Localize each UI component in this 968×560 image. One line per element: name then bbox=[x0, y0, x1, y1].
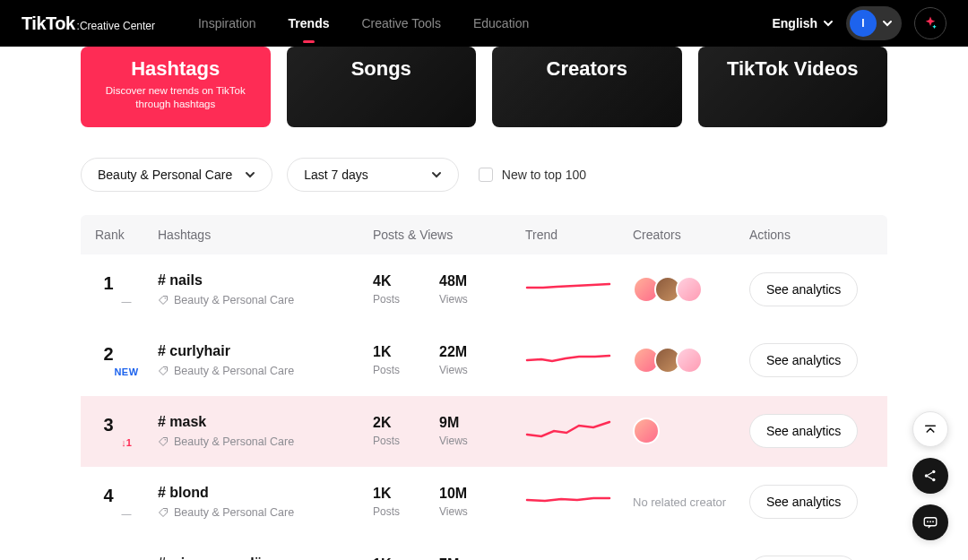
top-header: TikTok :Creative Center Inspiration Tren… bbox=[0, 0, 968, 47]
rank-number: 4 bbox=[95, 486, 122, 506]
posts-label: Posts bbox=[373, 293, 400, 306]
hashtag-cell[interactable]: # wimpernverlängerungBeauty & Personal C… bbox=[158, 556, 373, 560]
th-posts-views: Posts & Views bbox=[373, 228, 525, 242]
svg-point-0 bbox=[165, 297, 167, 299]
hashtag-name: # curlyhair bbox=[158, 343, 373, 359]
trend-cell bbox=[525, 346, 633, 375]
see-analytics-button[interactable]: See analytics bbox=[749, 414, 858, 448]
hashtag-category: Beauty & Personal Care bbox=[174, 365, 294, 377]
table-row: 5—# wimpernverlängerungBeauty & Personal… bbox=[81, 538, 887, 560]
hashtag-category: Beauty & Personal Care bbox=[174, 435, 294, 448]
creator-avatars[interactable] bbox=[633, 418, 749, 444]
checkbox-icon bbox=[479, 168, 493, 182]
user-menu[interactable]: I bbox=[846, 6, 902, 40]
period-filter[interactable]: Last 7 days bbox=[287, 158, 459, 192]
posts-label: Posts bbox=[373, 505, 400, 518]
views-label: Views bbox=[439, 364, 468, 376]
trend-cell bbox=[525, 275, 633, 304]
hashtag-cell[interactable]: # nailsBeauty & Personal Care bbox=[158, 272, 373, 306]
creator-avatar[interactable] bbox=[633, 418, 660, 444]
hashtag-category: Beauty & Personal Care bbox=[174, 294, 294, 306]
see-analytics-button[interactable]: See analytics bbox=[749, 556, 858, 560]
rank-number: 1 bbox=[95, 273, 122, 294]
actions-cell: See analytics bbox=[749, 343, 873, 377]
creator-avatar[interactable] bbox=[676, 276, 703, 303]
svg-point-7 bbox=[932, 478, 935, 481]
posts-views-cell: 1KPosts22MViews bbox=[373, 344, 525, 376]
spark-button[interactable] bbox=[914, 7, 946, 39]
rank-cell: 1— bbox=[95, 273, 158, 306]
posts-value: 1K bbox=[373, 344, 400, 360]
trend-sparkline bbox=[525, 417, 611, 442]
hero-title: Songs bbox=[351, 57, 411, 81]
chevron-top-icon bbox=[922, 421, 938, 437]
hashtag-name: # mask bbox=[158, 414, 373, 430]
scroll-top-button[interactable] bbox=[912, 411, 948, 447]
creators-cell bbox=[633, 418, 749, 444]
posts-views-cell: 1KPosts10MViews bbox=[373, 486, 525, 518]
hashtag-cell[interactable]: # maskBeauty & Personal Care bbox=[158, 414, 373, 448]
language-selector[interactable]: English bbox=[772, 16, 834, 30]
no-related-creator: No related creator bbox=[633, 495, 749, 509]
svg-point-9 bbox=[927, 521, 929, 522]
hero-tab-creators[interactable]: Creators bbox=[492, 47, 682, 127]
share-icon bbox=[922, 468, 938, 484]
filter-bar: Beauty & Personal Care Last 7 days New t… bbox=[81, 158, 887, 192]
svg-point-11 bbox=[932, 521, 934, 522]
nav-education[interactable]: Education bbox=[473, 13, 529, 34]
hero-tab-videos[interactable]: TikTok Videos bbox=[698, 47, 888, 127]
new-to-top-checkbox[interactable]: New to top 100 bbox=[479, 168, 586, 182]
see-analytics-button[interactable]: See analytics bbox=[749, 272, 858, 306]
th-hashtags: Hashtags bbox=[158, 228, 373, 242]
creators-cell bbox=[633, 347, 749, 374]
hashtag-cell[interactable]: # curlyhairBeauty & Personal Care bbox=[158, 343, 373, 377]
hero-title: Creators bbox=[547, 57, 627, 81]
tag-icon bbox=[158, 507, 169, 518]
trend-sparkline bbox=[525, 275, 611, 300]
chat-icon bbox=[922, 514, 938, 530]
period-value: Last 7 days bbox=[304, 168, 368, 182]
see-analytics-button[interactable]: See analytics bbox=[749, 343, 858, 377]
nav-creative-tools[interactable]: Creative Tools bbox=[361, 13, 440, 34]
hashtag-meta: Beauty & Personal Care bbox=[158, 365, 373, 377]
hashtag-cell[interactable]: # blondBeauty & Personal Care bbox=[158, 485, 373, 519]
posts-label: Posts bbox=[373, 364, 400, 376]
hashtag-name: # wimpernverlängerung bbox=[158, 556, 373, 560]
views-value: 9M bbox=[439, 415, 468, 431]
chevron-down-icon bbox=[431, 169, 442, 180]
trend-cell bbox=[525, 487, 633, 516]
category-filter[interactable]: Beauty & Personal Care bbox=[81, 158, 272, 192]
hashtag-name: # blond bbox=[158, 485, 373, 501]
hero-tab-hashtags[interactable]: Hashtags Discover new trends on TikTok t… bbox=[81, 47, 271, 127]
rank-number: 2 bbox=[95, 344, 122, 365]
views-label: Views bbox=[439, 505, 468, 518]
rank-number: 5 bbox=[95, 556, 122, 561]
table-header: Rank Hashtags Posts & Views Trend Creato… bbox=[81, 215, 887, 254]
posts-value: 1K bbox=[373, 556, 400, 560]
creator-avatars[interactable] bbox=[633, 276, 749, 303]
table-body: 1—# nailsBeauty & Personal Care4KPosts48… bbox=[81, 254, 887, 560]
hero-tab-songs[interactable]: Songs bbox=[287, 47, 477, 127]
share-button[interactable] bbox=[912, 458, 948, 494]
brand-logo[interactable]: TikTok :Creative Center bbox=[22, 13, 155, 34]
rank-number: 3 bbox=[95, 415, 122, 435]
creator-avatar[interactable] bbox=[676, 347, 703, 374]
th-creators: Creators bbox=[633, 228, 749, 242]
hashtag-meta: Beauty & Personal Care bbox=[158, 294, 373, 306]
nav-inspiration[interactable]: Inspiration bbox=[198, 13, 256, 34]
hero-tabs: Hashtags Discover new trends on TikTok t… bbox=[81, 47, 887, 127]
posts-label: Posts bbox=[373, 435, 400, 447]
tag-icon bbox=[158, 436, 169, 447]
creator-avatars[interactable] bbox=[633, 347, 749, 374]
posts-value: 1K bbox=[373, 486, 400, 502]
see-analytics-button[interactable]: See analytics bbox=[749, 485, 858, 519]
hero-title: TikTok Videos bbox=[727, 57, 859, 81]
logo-sub: :Creative Center bbox=[77, 20, 155, 32]
primary-nav: Inspiration Trends Creative Tools Educat… bbox=[198, 13, 529, 34]
chat-button[interactable] bbox=[912, 504, 948, 540]
rank-cell: 4— bbox=[95, 486, 158, 519]
hashtag-meta: Beauty & Personal Care bbox=[158, 435, 373, 448]
nav-trends[interactable]: Trends bbox=[289, 13, 330, 34]
logo-main: TikTok bbox=[22, 13, 75, 34]
creators-cell: No related creator bbox=[633, 495, 749, 509]
